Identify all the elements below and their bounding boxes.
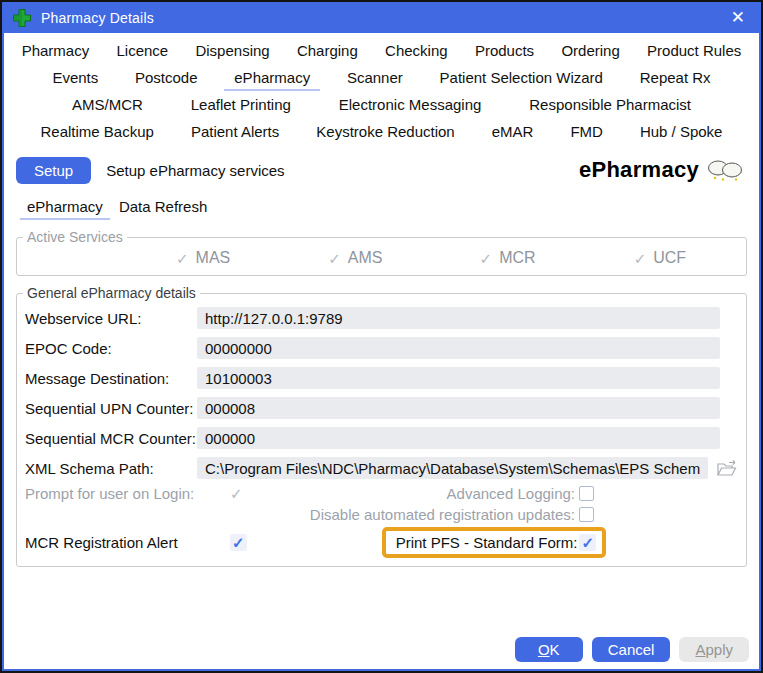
message-destination-field[interactable] — [197, 367, 720, 389]
tab-licence[interactable]: Licence — [106, 40, 178, 62]
tab-product-rules[interactable]: Product Rules — [637, 40, 751, 62]
check-icon — [176, 251, 189, 266]
service-mas: MAS — [127, 249, 279, 267]
tab-responsible-pharmacist[interactable]: Responsible Pharmacist — [519, 94, 701, 116]
sequential-mcr-counter-row: Sequential MCR Counter: — [17, 423, 746, 453]
tab-patient-selection-wizard[interactable]: Patient Selection Wizard — [430, 67, 613, 89]
sequential-mcr-counter-label: Sequential MCR Counter: — [25, 430, 197, 447]
pharmacy-details-dialog: Pharmacy Details Pharmacy Licence Dispen… — [0, 0, 763, 673]
tab-emar[interactable]: eMAR — [482, 121, 544, 143]
prompt-login-check-icon — [230, 486, 243, 501]
tab-ordering[interactable]: Ordering — [551, 40, 629, 62]
tab-electronic-messaging[interactable]: Electronic Messaging — [329, 94, 492, 116]
disable-auto-updates-row: Disable automated registration updates: — [17, 504, 746, 525]
epoc-code-label: EPOC Code: — [25, 340, 197, 357]
mcr-registration-alert-label: MCR Registration Alert — [25, 534, 230, 551]
tab-ams-mcr[interactable]: AMS/MCR — [62, 94, 153, 116]
general-details-legend: General ePharmacy details — [23, 285, 200, 301]
titlebar: Pharmacy Details — [2, 2, 761, 33]
subtab-strip: ePharmacy Data Refresh — [2, 184, 761, 220]
tab-leaflet-printing[interactable]: Leaflet Printing — [181, 94, 301, 116]
service-label: AMS — [348, 249, 383, 267]
sequential-mcr-counter-field[interactable] — [197, 427, 720, 449]
check-icon — [634, 251, 647, 266]
active-services-group: Active Services MAS AMS MCR UCF — [16, 229, 747, 276]
tab-realtime-backup[interactable]: Realtime Backup — [31, 121, 164, 143]
tab-events[interactable]: Events — [42, 67, 108, 89]
setup-section: Setup Setup ePharmacy services ePharmacy — [2, 150, 761, 184]
print-pfs-check-icon[interactable] — [579, 534, 596, 551]
browse-folder-button[interactable] — [716, 459, 738, 477]
check-icon — [480, 251, 493, 266]
subtab-data-refresh[interactable]: Data Refresh — [112, 197, 214, 220]
footer-button-bar: OK Cancel Apply — [2, 637, 761, 671]
tab-hub-spoke[interactable]: Hub / Spoke — [630, 121, 733, 143]
tab-checking[interactable]: Checking — [375, 40, 458, 62]
disable-auto-updates-checkbox[interactable] — [579, 507, 594, 522]
tab-charging[interactable]: Charging — [287, 40, 368, 62]
cancel-button-label: Cancel — [608, 641, 655, 658]
sequential-upn-counter-field[interactable] — [197, 397, 720, 419]
service-ams: AMS — [279, 249, 431, 267]
print-pfs-label: Print PFS - Standard Form: — [396, 534, 578, 551]
tab-row-4: Realtime Backup Patient Alerts Keystroke… — [8, 121, 755, 148]
subtab-epharmacy[interactable]: ePharmacy — [20, 197, 110, 220]
advanced-logging-label: Advanced Logging: — [447, 485, 575, 502]
general-details-group: General ePharmacy details Webservice URL… — [16, 285, 747, 567]
setup-description: Setup ePharmacy services — [106, 162, 284, 179]
advanced-logging-checkbox[interactable] — [579, 486, 594, 501]
window-title: Pharmacy Details — [41, 10, 154, 26]
tab-patient-alerts[interactable]: Patient Alerts — [181, 121, 289, 143]
tab-repeat-rx[interactable]: Repeat Rx — [630, 67, 721, 89]
tab-keystroke-reduction[interactable]: Keystroke Reduction — [306, 121, 464, 143]
webservice-url-row: Webservice URL: — [17, 303, 746, 333]
tab-row-3: AMS/MCR Leaflet Printing Electronic Mess… — [8, 94, 755, 121]
prompt-login-label: Prompt for user on Login: — [25, 485, 230, 502]
tab-postcode[interactable]: Postcode — [125, 67, 208, 89]
tab-scanner[interactable]: Scanner — [337, 67, 413, 89]
epharmacy-logo-text: ePharmacy — [579, 157, 699, 183]
webservice-url-field[interactable] — [197, 307, 720, 329]
prompt-login-row: Prompt for user on Login: Advanced Loggi… — [17, 483, 746, 504]
service-label: MCR — [499, 249, 535, 267]
apply-button-label: Apply — [695, 641, 733, 658]
service-mcr: MCR — [432, 249, 584, 267]
sequential-upn-counter-label: Sequential UPN Counter: — [25, 400, 197, 417]
xml-schema-path-label: XML Schema Path: — [25, 460, 197, 477]
tab-fmd[interactable]: FMD — [560, 121, 613, 143]
epoc-code-field[interactable] — [197, 337, 720, 359]
print-pfs-highlight-box: Print PFS - Standard Form: — [382, 527, 606, 558]
tab-epharmacy[interactable]: ePharmacy — [224, 67, 320, 91]
ok-button-label: OK — [538, 641, 560, 658]
ok-button[interactable]: OK — [515, 637, 583, 662]
service-label: UCF — [653, 249, 686, 267]
disable-auto-updates-label: Disable automated registration updates: — [310, 506, 575, 523]
message-destination-label: Message Destination: — [25, 370, 197, 387]
active-services-legend: Active Services — [23, 229, 127, 245]
epharmacy-logo: ePharmacy — [579, 156, 745, 184]
pills-icon — [703, 156, 745, 184]
mcr-registration-alert-check-icon[interactable] — [230, 534, 247, 551]
close-icon[interactable] — [727, 7, 749, 28]
setup-button[interactable]: Setup — [16, 157, 91, 184]
xml-schema-path-field[interactable] — [197, 457, 708, 479]
epoc-code-row: EPOC Code: — [17, 333, 746, 363]
service-ucf: UCF — [584, 249, 736, 267]
sequential-upn-counter-row: Sequential UPN Counter: — [17, 393, 746, 423]
tab-dispensing[interactable]: Dispensing — [185, 40, 279, 62]
tab-pharmacy[interactable]: Pharmacy — [12, 40, 100, 62]
apply-button[interactable]: Apply — [679, 637, 749, 662]
cancel-button[interactable]: Cancel — [592, 637, 671, 662]
tab-row-2: Events Postcode ePharmacy Scanner Patien… — [8, 67, 755, 94]
xml-schema-path-row: XML Schema Path: — [17, 453, 746, 483]
content-spacer — [2, 567, 761, 637]
mcr-alert-row: MCR Registration Alert Print PFS - Stand… — [17, 525, 746, 560]
pharmacy-cross-icon — [12, 8, 32, 28]
service-label: MAS — [196, 249, 231, 267]
message-destination-row: Message Destination: — [17, 363, 746, 393]
active-services-grid: MAS AMS MCR UCF — [17, 247, 746, 269]
webservice-url-label: Webservice URL: — [25, 310, 197, 327]
open-folder-icon — [716, 459, 738, 477]
tab-products[interactable]: Products — [465, 40, 544, 62]
tab-strip: Pharmacy Licence Dispensing Charging Che… — [2, 33, 761, 150]
